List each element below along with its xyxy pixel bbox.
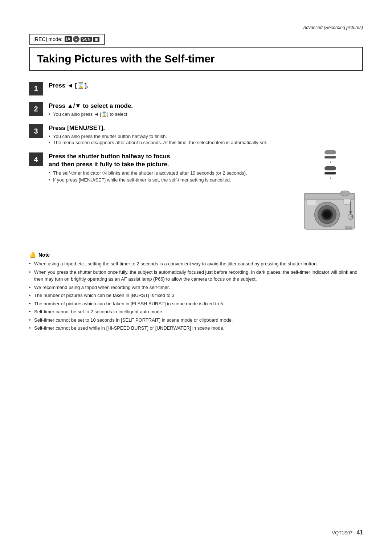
steps-container: 1 Press ◄ [⌛]. 2 Press ▲/▼ to select a m…	[29, 82, 363, 240]
step-1-content: Press ◄ [⌛].	[49, 82, 363, 91]
note-item-6: Self-timer cannot be set to 2 seconds in…	[29, 308, 363, 315]
step-2-bullet-1: You can also press ◄ [⌛] to select.	[49, 111, 363, 117]
header-rule	[29, 22, 363, 22]
step-4-wrapper: 4 Press the shutter button halfway to fo…	[29, 152, 363, 240]
mode-icon-scn: SCN	[81, 37, 92, 42]
page-subtitle: Advanced (Recording pictures)	[29, 25, 363, 30]
svg-rect-1	[324, 156, 336, 158]
step-3-content: Press [MENU/SET]. You can also press the…	[49, 124, 363, 146]
step-4-title: Press the shutter button halfway to focu…	[49, 152, 290, 168]
mode-icon-ia: iA	[65, 36, 72, 42]
svg-text:↓: ↓	[330, 160, 331, 164]
step-2-content: Press ▲/▼ to select a mode. You can also…	[49, 102, 363, 118]
note-header: 🔔 Note	[29, 251, 363, 258]
note-section: 🔔 Note When using a tripod etc., setting…	[29, 251, 363, 332]
note-item-1: When using a tripod etc., setting the se…	[29, 260, 363, 268]
step-4-right: ↓ ↓	[298, 149, 363, 240]
page-title: Taking Pictures with the Self-timer	[37, 53, 215, 65]
camera-illustration: A	[298, 182, 363, 240]
shutter-halfway-icon: ↓	[321, 149, 339, 163]
svg-point-11	[323, 211, 331, 219]
step-4-left: 4 Press the shutter button halfway to fo…	[29, 152, 290, 183]
step-2-number: 2	[29, 102, 43, 116]
step-3-bullet-1: You can also press the shutter button ha…	[49, 134, 363, 139]
step-2-bullets: You can also press ◄ [⌛] to select.	[49, 111, 363, 117]
note-item-7: Self-timer cannot be set to 10 seconds i…	[29, 317, 363, 324]
svg-rect-4	[324, 172, 336, 174]
svg-rect-12	[343, 199, 351, 204]
step-2-title: Press ▲/▼ to select a mode.	[49, 102, 363, 110]
note-item-2: When you press the shutter button once f…	[29, 269, 363, 283]
svg-text:A: A	[350, 214, 353, 219]
step-3-bullets: You can also press the shutter button ha…	[49, 134, 363, 145]
svg-rect-3	[324, 166, 336, 170]
step-2: 2 Press ▲/▼ to select a mode. You can al…	[29, 102, 363, 118]
note-icon: 🔔	[29, 251, 36, 258]
step-3: 3 Press [MENU/SET]. You can also press t…	[29, 124, 363, 146]
page-container: Advanced (Recording pictures) [REC] mode…	[0, 0, 392, 554]
mode-icon-movie: ▣	[93, 37, 99, 42]
svg-text:↓: ↓	[330, 176, 331, 180]
step-3-title: Press [MENU/SET].	[49, 124, 363, 132]
svg-rect-0	[324, 150, 336, 154]
note-item-3: We recommend using a tripod when recordi…	[29, 284, 363, 291]
note-title: Note	[38, 252, 50, 258]
step-4-content: Press the shutter button halfway to focu…	[49, 152, 290, 183]
step-3-number: 3	[29, 124, 43, 138]
page-number: 41	[356, 529, 363, 535]
step-1: 1 Press ◄ [⌛].	[29, 82, 363, 95]
step-1-number: 1	[29, 82, 43, 95]
page-footer: VQT1S07 41	[332, 529, 363, 536]
note-list: When using a tripod etc., setting the se…	[29, 260, 363, 332]
mode-icon-circle: ●	[73, 36, 79, 42]
rec-mode-label: [REC] mode:	[33, 36, 62, 42]
note-item-4: The number of pictures which can be take…	[29, 292, 363, 299]
step-4-bullet-2: If you press [MENU/SET] while the self-t…	[49, 177, 290, 183]
step-1-title: Press ◄ [⌛].	[49, 82, 363, 90]
step-4-number: 4	[29, 152, 43, 166]
page-title-box: Taking Pictures with the Self-timer	[29, 47, 363, 71]
note-item-8: Self-timer cannot be used while in [HI-S…	[29, 325, 363, 332]
svg-rect-15	[345, 226, 352, 229]
step-4-bullets: The self-timer indicator Ⓐ blinks and th…	[49, 170, 290, 183]
shutter-full-icon: ↓	[321, 165, 339, 179]
rec-mode-bar: [REC] mode: iA ● SCN ▣	[29, 34, 105, 45]
step-4-bullet-1: The self-timer indicator Ⓐ blinks and th…	[49, 170, 290, 176]
footer-code: VQT1S07	[332, 530, 352, 535]
note-item-5: The number of pictures which can be take…	[29, 300, 363, 307]
svg-point-13	[340, 191, 350, 196]
step-3-bullet-2: The menu screen disappears after about 5…	[49, 140, 363, 145]
svg-rect-14	[307, 200, 316, 206]
